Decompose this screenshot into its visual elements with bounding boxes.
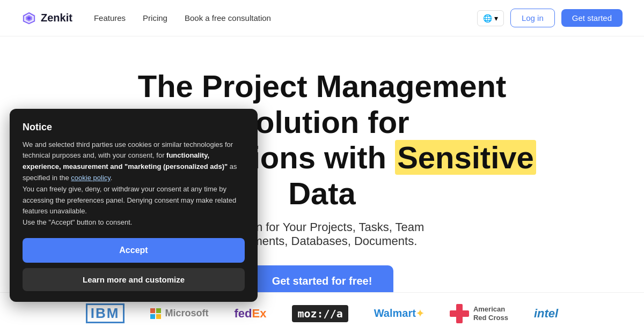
get-started-button[interactable]: Get started — [561, 9, 623, 27]
nav-consultation[interactable]: Book a free consultation — [185, 13, 271, 23]
notice-modal: Notice We and selected third parties use… — [10, 109, 258, 302]
microsoft-logo: Microsoft — [165, 308, 209, 319]
redcross-name2: Red Cross — [473, 314, 508, 322]
intel-logo: intel — [534, 307, 558, 321]
navbar-left: Zenkit Features Pricing Book a free cons… — [21, 11, 271, 26]
redcross-text: American Red Cross — [473, 305, 508, 322]
lang-arrow-icon: ▾ — [494, 14, 498, 23]
walmart-logo: Walmart✦ — [374, 307, 424, 320]
notice-buttons: Accept Learn more and customize — [23, 238, 245, 291]
hero-title-line2-post: Data — [288, 176, 356, 211]
notice-body: We and selected third parties use cookie… — [23, 139, 245, 228]
fedex-logo: fedEx — [235, 307, 267, 321]
zenkit-logo-icon — [21, 11, 36, 26]
accept-button[interactable]: Accept — [23, 238, 245, 263]
brand-redcross: American Red Cross — [450, 304, 508, 323]
svg-rect-7 — [156, 314, 161, 319]
ibm-logo: IBM — [86, 303, 125, 323]
nav-links: Features Pricing Book a free consultatio… — [94, 13, 271, 23]
notice-title: Notice — [23, 122, 245, 133]
login-button[interactable]: Log in — [510, 9, 555, 27]
redcross-name1: American — [473, 305, 508, 314]
brand-walmart: Walmart✦ — [374, 307, 424, 320]
nav-pricing[interactable]: Pricing — [143, 13, 167, 23]
customize-button[interactable]: Learn more and customize — [23, 268, 245, 291]
brand-microsoft: Microsoft — [150, 308, 209, 319]
logo-text: Zenkit — [41, 12, 72, 24]
globe-icon: 🌐 — [483, 14, 492, 23]
cookie-policy-link[interactable]: cookie policy — [71, 174, 110, 182]
brand-fedex: fedEx — [235, 307, 267, 321]
brand-mozilla: moz://a — [292, 305, 348, 322]
microsoft-icon — [150, 308, 161, 319]
mozilla-logo: moz://a — [292, 305, 348, 322]
brand-intel: intel — [534, 307, 558, 321]
svg-rect-5 — [156, 308, 161, 313]
logo[interactable]: Zenkit — [21, 11, 72, 26]
navbar: Zenkit Features Pricing Book a free cons… — [0, 0, 644, 36]
navbar-right: 🌐 ▾ Log in Get started — [477, 9, 623, 27]
hero-title-highlight: Sensitive — [395, 140, 536, 175]
language-selector[interactable]: 🌐 ▾ — [477, 10, 504, 26]
brand-ibm: IBM — [86, 303, 125, 323]
nav-features[interactable]: Features — [94, 13, 126, 23]
svg-rect-6 — [150, 314, 155, 319]
redcross-icon — [450, 304, 469, 323]
svg-rect-4 — [150, 308, 155, 313]
